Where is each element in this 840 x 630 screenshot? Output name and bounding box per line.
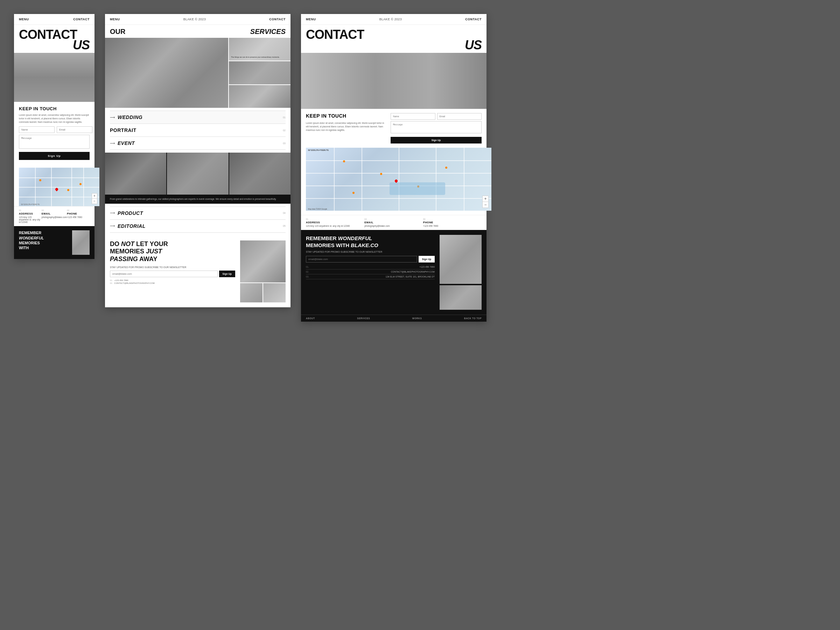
panel2-product-name: PRODUCT [118,210,143,216]
panel2-service-event[interactable]: ⟶ EVENT 03 [110,137,286,150]
panel1-signup-button[interactable]: Sign Up [19,152,90,160]
panel3-footer-services[interactable]: SERVICES [357,317,370,319]
panel3-newsletter-button[interactable]: Sign Up [418,256,435,262]
panel2-product-arrow: ⟶ [110,211,115,215]
panel1-hero-title: CONTACT US [14,25,95,53]
panel3-footer-nav: ABOUT SERVICES WORKS BACK TO TOP [301,315,486,322]
panel3-footer-about[interactable]: ABOUT [306,317,315,319]
panel-1: MENU CONTACT CONTACT US KEEP IN TOUCH Lo… [14,14,95,259]
panel3-navbar: MENU BLAKE © 2023 CONTACT [301,14,486,25]
panel2-promo-section: DO NOT LET YOUR MEMORIES JUST PASSING AW… [105,235,291,307]
panel1-remember-image [72,230,90,255]
panel3-contact-info: 01 ADDRESS 123 Any 123 anywhere st. any … [301,215,486,230]
panel1-phone-block: 03 PHONE +123 456 7890 [67,209,90,223]
panel3-phone-block: 03 PHONE +123 456 7890 [423,218,482,227]
panel2-service-product[interactable]: ⟶ PRODUCT 04 [110,207,286,220]
panel2-navbar: MENU BLAKE © 2023 CONTACT [105,14,291,25]
panel2-event-img-2 [167,153,228,194]
panel2-wedding-left: ⟶ WEDDING [110,114,142,120]
panel2-promo-heading: DO NOT LET YOUR MEMORIES JUST PASSING AW… [110,240,235,263]
panel3-address-label: ADDRESS [306,221,364,224]
panel3-form-right: Sign Up [391,113,482,144]
panel2-event-img-1 [105,153,166,194]
panel2-brand: BLAKE © 2023 [183,17,206,21]
panel3-info-list: 01. +123 456 7890 02. CONTACT@BLAKEPHOTO… [306,265,435,279]
panel3-nav-contact[interactable]: CONTACT [465,17,482,21]
panel2-event-images [105,153,291,194]
panel2-promo-sub: STAY UPDATED FOR PROMO SUBSCRIBE TO OUR … [110,266,235,268]
panel2-promo-num-row-1: 01. +123 456 7890 [110,279,235,281]
panel3-footer-works[interactable]: WORKS [412,317,422,319]
panel2-menu[interactable]: MENU [110,17,120,21]
panel2-event-img-3 [229,153,291,194]
panel3-phone-label: PHONE [423,221,482,224]
panel3-message-textarea[interactable] [391,121,482,133]
panel2-event-description-text: From grand celebrations to intimate gath… [110,197,286,201]
panel2-promo-email-input[interactable] [110,270,218,277]
panel3-footer-back-to-top[interactable]: BACK TO TOP [464,317,482,319]
panel2-promo-num-row-2: 02. CONTACT@BLAKEPHOTOGRAPHY.COM [110,282,235,284]
panel3-coords-text: 52°2233.2'N 4°5328.7'E [308,149,328,151]
panel1-message-textarea[interactable] [19,135,90,149]
panel2-promo-small-img-1 [240,283,262,302]
panel3-map[interactable]: + − 52°2233.2'N 4°5328.7'E Map data ©202… [306,148,491,211]
panel1-address-num: 01 [19,209,42,212]
panel1-phone-value: +123 456 7890 [67,216,90,218]
panel2-service-editorial[interactable]: ⟶ EDITORIAL 05 [110,220,286,233]
panel3-map-zoom-in[interactable]: + [484,196,486,202]
panel2-services-header-images: The things we can do to preserve your ex… [105,38,291,108]
panel3-name-input[interactable] [391,113,436,120]
panel2-promo-text: DO NOT LET YOUR MEMORIES JUST PASSING AW… [110,240,235,302]
panel3-address-value: 123 Any 123 anywhere st. any city id 123… [306,225,364,227]
panel1-email-input[interactable] [57,126,92,133]
panel3-phone-num: 03 [423,218,482,220]
panel2-product-left: ⟶ PRODUCT [110,210,143,216]
panel1-map[interactable]: + − 52°2233.2'N 4°5328.7'E [19,167,99,206]
panel2-service-wedding[interactable]: ⟶ WEDDING 01 [110,111,286,124]
panel2-promo-main-img [240,240,286,283]
panel2-promo-nums: 01. +123 456 7890 02. CONTACT@BLAKEPHOTO… [110,279,235,284]
panel3-hero-img-placeholder [301,53,486,109]
panel2-promo-small-img-row [240,283,286,302]
map-zoom-out[interactable]: − [93,199,96,204]
panel1-hero-image [14,53,95,102]
panel1-navbar: MENU CONTACT [14,14,95,25]
panel3-menu[interactable]: MENU [306,17,316,21]
panel1-section-title: KEEP IN TOUCH [19,106,90,111]
panel1-form-name-email-row [19,126,90,133]
panel2-services-title: SERVICES [250,28,286,36]
panel2-portrait-num: 02 [283,129,286,132]
panel1-address-block: 01 ADDRESS 123 Any 123 anywhere st. any … [19,209,42,223]
panel1-menu[interactable]: MENU [19,17,29,21]
panel3-remember-text: REMEMBER WONDERFUL MEMORIES WITH BLAKE.C… [306,235,435,310]
panel1-nav-contact[interactable]: CONTACT [73,17,90,21]
panel1-remember-section: REMEMBER WONDERFUL MEMORIES WITH [14,226,95,259]
panel1-name-input[interactable] [19,126,55,133]
panel1-remember-heading: REMEMBER WONDERFUL MEMORIES WITH [19,230,69,250]
panel3-remember-heading: REMEMBER WONDERFUL MEMORIES WITH BLAKE.C… [306,235,435,248]
panel3-info-row-1: 01. +123 456 7890 [306,265,435,270]
panel3-signup-button[interactable]: Sign Up [391,137,482,144]
panel3-map-attribution: Map data ©2024 Google [308,208,327,210]
panel3-info-row-2: 02. CONTACT@BLAKEPHOTOGRAPHY.COM [306,270,435,275]
panel2-main-image [105,38,228,108]
panel1-remember-text: REMEMBER WONDERFUL MEMORIES WITH [19,230,69,252]
panel1-coords-text: 52°2233.2'N 4°5328.7'E [21,203,39,205]
panel3-newsletter-row: Sign Up [306,256,435,262]
panel2-wedding-arrow: ⟶ [110,115,115,119]
panel3-email-input[interactable] [437,113,482,120]
panel2-portrait-name: PORTRAIT [110,127,136,133]
panel2-event-section: From grand celebrations to intimate gath… [105,153,291,204]
map-zoom-in[interactable]: + [93,194,96,199]
panel-2: MENU BLAKE © 2023 CONTACT OUR SERVICES T… [105,14,291,307]
panel3-newsletter-input[interactable] [306,256,417,262]
panel2-promo-signup-button[interactable]: Sign Up [219,270,235,277]
panel2-service-portrait[interactable]: PORTRAIT 02 [110,124,286,137]
panel1-address-label: ADDRESS [19,212,42,215]
panel1-hero-img-placeholder [14,53,95,102]
panel-3: MENU BLAKE © 2023 CONTACT CONTACT US KEE… [301,14,486,322]
panel2-nav-contact[interactable]: CONTACT [269,17,286,21]
panel1-email-block: 02 EMAIL photography@blake.com [42,209,67,223]
panel3-map-zoom-out[interactable]: − [484,202,486,208]
panel2-wedding-num: 01 [283,116,286,118]
